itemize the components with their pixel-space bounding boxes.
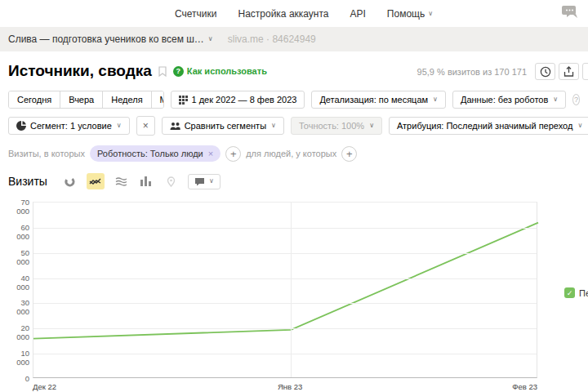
date-range-label: 1 дек 2022 — 8 фев 2023	[192, 95, 297, 105]
x-tick-label: Фев 23	[512, 382, 537, 391]
compare-segments-label: Сравнить сегменты	[185, 121, 266, 131]
nav-help-label: Помощь	[387, 8, 425, 20]
chart-plot-area[interactable]	[33, 202, 537, 378]
filter-conditions-row: Визиты, в которых Роботность: Только люд…	[8, 145, 580, 162]
robot-filter-label: Роботность: Только люди	[97, 149, 203, 158]
chevron-down-icon: ∨	[553, 96, 558, 103]
robot-filter-pill[interactable]: Роботность: Только люди ×	[90, 145, 220, 162]
date-range-button[interactable]: 1 дек 2022 — 8 фев 2023	[171, 91, 305, 109]
chevron-down-icon: ∨	[117, 122, 122, 129]
chevron-down-icon: ∨	[208, 36, 213, 42]
report-content: Источники, сводка ? Как использовать Сег…	[0, 61, 588, 189]
period-month-button[interactable]: Месяц	[151, 91, 164, 108]
top-nav-items: Счетчики Настройка аккаунта API Помощь∨	[175, 8, 433, 20]
v-gridline	[291, 203, 292, 377]
period-yesterday-button[interactable]: Вчера	[60, 91, 102, 108]
y-tick-label: 0	[8, 374, 29, 383]
legend-checkbox-icon[interactable]: ✓	[564, 287, 575, 298]
y-tick-label: 60 000	[8, 223, 29, 241]
report-action-buttons	[535, 63, 588, 80]
chevron-down-icon: ∨	[577, 122, 582, 129]
legend-item[interactable]: ✓ Пе	[564, 287, 588, 298]
attribution-dropdown[interactable]: Атрибуция: Последний значимый переход ∨	[389, 117, 588, 135]
counter-bar: Слива — подготовка учеников ко всем ш… ∨…	[0, 27, 588, 51]
data-mode-label: Данные: без роботов	[461, 95, 548, 105]
y-tick-label: 70 000	[8, 198, 29, 216]
compare-segments-dropdown[interactable]: Сравнить сегменты ∨	[162, 117, 284, 135]
chevron-down-icon: ∨	[209, 178, 214, 185]
calendar-grid-icon	[179, 96, 188, 105]
data-mode-dropdown[interactable]: Данные: без роботов ∨	[452, 91, 566, 109]
y-tick-label: 10 000	[8, 349, 29, 367]
bookmark-icon[interactable]	[158, 66, 167, 77]
segment-clear-button[interactable]: ×	[136, 116, 155, 136]
period-toolbar: Сегодня Вчера Неделя Месяц Квартал Год 1…	[8, 91, 580, 109]
segment-label: Сегмент: 1 условие	[30, 121, 112, 131]
nav-help[interactable]: Помощь∨	[387, 8, 433, 20]
close-icon[interactable]: ×	[208, 149, 213, 158]
legend-label: Пе	[579, 288, 588, 298]
x-tick-label: Дек 22	[33, 382, 56, 391]
attribution-label: Атрибуция: Последний значимый переход	[397, 121, 572, 131]
compare-people-icon	[170, 122, 180, 131]
help-question-icon[interactable]: ?	[572, 94, 580, 105]
comments-dropdown[interactable]: ∨	[188, 174, 220, 189]
people-in-label: для людей, у которых	[246, 149, 336, 158]
line-chart-icon[interactable]	[87, 173, 105, 189]
h-gridline	[33, 253, 537, 254]
h-gridline	[33, 278, 537, 279]
nav-counters[interactable]: Счетчики	[175, 8, 216, 20]
bar-chart-icon[interactable]	[137, 173, 155, 189]
counter-name-label: Слива — подготовка учеников ко всем ш…	[8, 33, 204, 45]
add-people-condition-button[interactable]: +	[341, 146, 357, 162]
donut-chart-icon[interactable]	[61, 173, 79, 189]
question-circle-icon: ?	[173, 66, 184, 77]
visits-chart: 010 00020 00030 00040 00050 00060 00070 …	[8, 196, 584, 392]
export-icon[interactable]	[559, 63, 579, 80]
chevron-down-icon: ∨	[428, 11, 433, 17]
nav-api[interactable]: API	[350, 8, 366, 20]
period-today-button[interactable]: Сегодня	[9, 91, 60, 108]
map-pin-icon	[163, 173, 180, 189]
segment-dropdown[interactable]: Сегмент: 1 условие ∨	[8, 117, 130, 135]
comment-icon	[194, 177, 205, 186]
schedule-clock-icon[interactable]	[535, 63, 555, 80]
nav-account-settings[interactable]: Настройка аккаунта	[238, 8, 328, 20]
y-tick-label: 50 000	[8, 248, 29, 266]
yandex-metrica-page: { "icons": { "chevron": "∨", "close": "×…	[0, 0, 588, 392]
h-gridline	[33, 303, 537, 304]
top-navigation: Счетчики Настройка аккаунта API Помощь∨	[0, 0, 588, 27]
area-chart-icon[interactable]	[112, 173, 130, 189]
counter-selector[interactable]: Слива — подготовка учеников ко всем ш… ∨	[8, 33, 213, 45]
how-to-use-link[interactable]: ? Как использовать	[173, 66, 267, 77]
h-gridline	[33, 354, 537, 354]
h-gridline	[33, 228, 537, 229]
x-tick-label: Янв 23	[278, 382, 302, 391]
y-tick-label: 40 000	[8, 274, 29, 292]
visits-in-label: Визиты, в которых	[8, 149, 85, 158]
period-button-group: Сегодня Вчера Неделя Месяц Квартал Год	[8, 91, 164, 109]
pin-icon[interactable]	[582, 63, 588, 80]
sampling-info: 95,9 % визитов из 170 171	[417, 67, 527, 77]
visits-line-series	[33, 203, 538, 379]
detalization-label: Детализация: по месяцам	[319, 95, 428, 105]
accuracy-label: Точность: 100%	[299, 121, 364, 131]
support-chat-icon[interactable]	[562, 4, 578, 19]
add-visit-condition-button[interactable]: +	[225, 146, 241, 162]
accuracy-dropdown: Точность: 100% ∨	[291, 117, 382, 135]
y-tick-label: 30 000	[8, 298, 29, 316]
how-to-use-label: Как использовать	[187, 66, 267, 76]
chevron-down-icon: ∨	[271, 122, 276, 129]
detalization-dropdown[interactable]: Детализация: по месяцам ∨	[311, 91, 446, 109]
segment-pie-icon	[16, 121, 26, 131]
page-title: Источники, сводка	[8, 62, 152, 80]
metric-label: Визиты	[8, 175, 47, 188]
h-gridline	[33, 328, 537, 329]
counter-meta: sliva.me · 84624949	[228, 33, 316, 45]
chevron-down-icon: ∨	[369, 122, 374, 129]
chevron-down-icon: ∨	[433, 96, 438, 103]
segment-toolbar: Сегмент: 1 условие ∨ × Сравнить сегменты…	[8, 116, 580, 136]
period-week-button[interactable]: Неделя	[102, 91, 150, 108]
y-tick-label: 20 000	[8, 323, 29, 341]
metric-toolbar: Визиты	[8, 173, 580, 189]
